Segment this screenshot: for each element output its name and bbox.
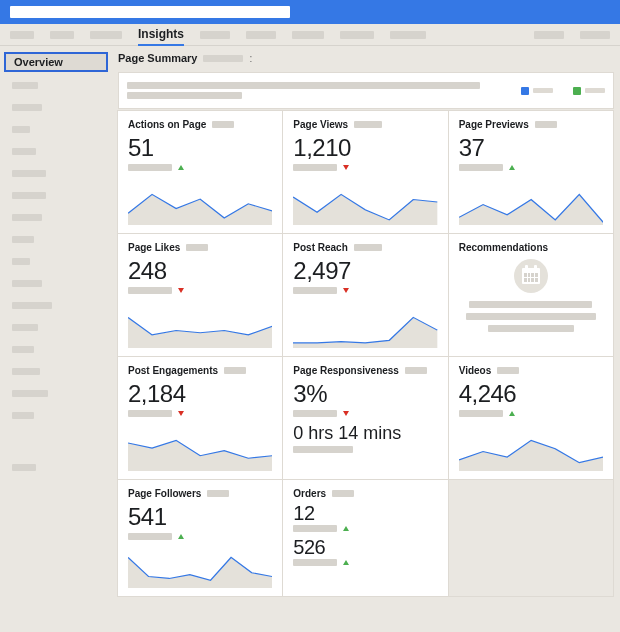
sidebar-item[interactable]: [4, 362, 108, 380]
calendar-icon: [514, 259, 548, 293]
card-chart: [128, 191, 272, 225]
card-page-responsiveness[interactable]: Page Responsiveness 3% 0 hrs 14 mins: [282, 356, 448, 480]
orders-value-2: 526: [293, 536, 437, 559]
trend-icon: [509, 165, 515, 170]
sidebar-item[interactable]: [4, 458, 108, 476]
card-title: Post Engagements: [128, 365, 218, 376]
card-chart: [128, 554, 272, 588]
top-bar: [0, 0, 620, 24]
sidebar-item[interactable]: [4, 98, 108, 116]
tab-placeholder[interactable]: [390, 31, 426, 39]
card-title: Page Followers: [128, 488, 201, 499]
trend-icon: [178, 165, 184, 170]
trend-icon: [343, 560, 349, 565]
card-empty: [448, 479, 614, 597]
sidebar-item-overview[interactable]: Overview: [4, 52, 108, 72]
reco-text: [459, 301, 603, 332]
card-title: Page Responsiveness: [293, 365, 399, 376]
sidebar-item[interactable]: [4, 186, 108, 204]
card-title: Orders: [293, 488, 326, 499]
card-post-reach[interactable]: Post Reach 2,497: [282, 233, 448, 357]
sidebar-item[interactable]: [4, 252, 108, 270]
sidebar-item[interactable]: [4, 406, 108, 424]
card-page-previews[interactable]: Page Previews 37: [448, 110, 614, 234]
trend-icon: [343, 526, 349, 531]
metrics-grid: Actions on Page 51 Page Views 1,210 Page…: [118, 111, 614, 597]
sidebar-item[interactable]: [4, 142, 108, 160]
main-content: Page Summary : Actions on Page 51 Page V…: [108, 46, 620, 603]
legend-swatch-a: [521, 87, 529, 95]
tab-placeholder[interactable]: [50, 31, 74, 39]
svg-marker-6: [459, 440, 603, 471]
card-chart: [459, 191, 603, 225]
card-actions-on-page[interactable]: Actions on Page 51: [117, 110, 283, 234]
card-title: Post Reach: [293, 242, 347, 253]
tab-bar: Insights: [0, 24, 620, 46]
trend-icon: [343, 165, 349, 170]
tab-placeholder[interactable]: [292, 31, 324, 39]
sidebar-item[interactable]: [4, 274, 108, 292]
response-time: 0 hrs 14 mins: [293, 423, 437, 444]
card-title: Page Views: [293, 119, 348, 130]
sidebar-item[interactable]: [4, 230, 108, 248]
card-value: 51: [128, 134, 272, 162]
card-title: Page Likes: [128, 242, 180, 253]
sidebar-item[interactable]: [4, 76, 108, 94]
card-chart: [128, 437, 272, 471]
card-value: 2,497: [293, 257, 437, 285]
page-summary-header: Page Summary :: [118, 52, 614, 64]
card-value: 541: [128, 503, 272, 531]
card-videos[interactable]: Videos 4,246: [448, 356, 614, 480]
legend: [521, 87, 605, 95]
card-post-engagements[interactable]: Post Engagements 2,184: [117, 356, 283, 480]
card-page-views[interactable]: Page Views 1,210: [282, 110, 448, 234]
orders-value-1: 12: [293, 502, 437, 525]
sidebar: Overview: [0, 46, 108, 603]
sidebar-item[interactable]: [4, 296, 108, 314]
trend-icon: [509, 411, 515, 416]
tab-placeholder[interactable]: [200, 31, 230, 39]
sidebar-item[interactable]: [4, 384, 108, 402]
sidebar-item[interactable]: [4, 164, 108, 182]
card-value: 4,246: [459, 380, 603, 408]
sidebar-item[interactable]: [4, 318, 108, 336]
card-chart: [459, 437, 603, 471]
card-page-likes[interactable]: Page Likes 248: [117, 233, 283, 357]
card-title: Actions on Page: [128, 119, 206, 130]
card-chart: [293, 191, 437, 225]
trend-icon: [178, 288, 184, 293]
card-value: 1,210: [293, 134, 437, 162]
tab-placeholder[interactable]: [10, 31, 34, 39]
card-value: 37: [459, 134, 603, 162]
card-chart: [128, 314, 272, 348]
card-title: Recommendations: [459, 242, 548, 253]
card-recommendations[interactable]: Recommendations: [448, 233, 614, 357]
card-value: 2,184: [128, 380, 272, 408]
trend-icon: [178, 534, 184, 539]
card-chart: [293, 314, 437, 348]
card-value: 3%: [293, 380, 437, 408]
tab-insights[interactable]: Insights: [138, 24, 184, 46]
trend-icon: [343, 288, 349, 293]
trend-icon: [178, 411, 184, 416]
tab-placeholder[interactable]: [580, 31, 610, 39]
legend-swatch-b: [573, 87, 581, 95]
sidebar-item[interactable]: [4, 120, 108, 138]
search-input[interactable]: [10, 6, 290, 18]
tab-placeholder[interactable]: [246, 31, 276, 39]
tab-placeholder[interactable]: [90, 31, 122, 39]
card-title: Videos: [459, 365, 492, 376]
sidebar-item[interactable]: [4, 208, 108, 226]
tab-placeholder[interactable]: [340, 31, 374, 39]
card-page-followers[interactable]: Page Followers 541: [117, 479, 283, 597]
card-value: 248: [128, 257, 272, 285]
summary-info-bar: [118, 72, 614, 109]
card-title: Page Previews: [459, 119, 529, 130]
card-orders[interactable]: Orders 12 526: [282, 479, 448, 597]
tab-placeholder[interactable]: [534, 31, 564, 39]
trend-icon: [343, 411, 349, 416]
sidebar-item[interactable]: [4, 340, 108, 358]
page-summary-title: Page Summary: [118, 52, 197, 64]
